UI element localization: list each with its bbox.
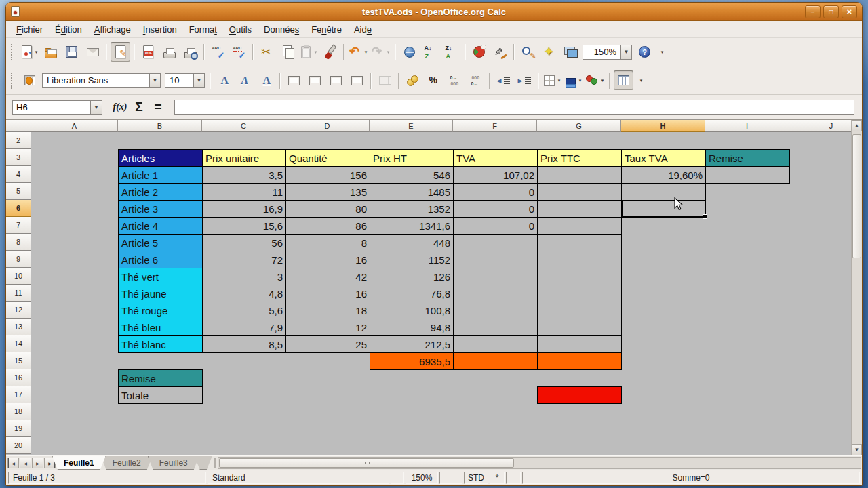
row-header-14[interactable]: 14	[6, 336, 31, 352]
cell-F12[interactable]	[453, 302, 538, 319]
sheet-grid[interactable]: ABCDEFGHIJ234567891011121314151617181920…	[6, 120, 851, 455]
row-header-9[interactable]: 9	[6, 251, 31, 268]
cell-I4[interactable]	[705, 166, 790, 184]
column-header-E[interactable]: E	[370, 120, 453, 132]
cell-G6[interactable]	[537, 200, 622, 218]
row-header-6[interactable]: 6	[6, 200, 31, 217]
zoom-combo[interactable]: 150% ▼	[583, 45, 632, 60]
gallery-icon[interactable]	[560, 42, 580, 62]
save-icon[interactable]	[62, 42, 81, 62]
add-decimal-icon[interactable]	[445, 70, 465, 90]
row-header-8[interactable]: 8	[6, 234, 31, 251]
row-header-4[interactable]: 4	[6, 166, 31, 183]
align-justify-icon[interactable]	[347, 70, 367, 90]
status-spacer-3[interactable]	[506, 472, 521, 484]
cell-D14[interactable]: 25	[285, 336, 370, 353]
cell-E8[interactable]: 448	[370, 234, 454, 251]
cell-G3[interactable]: Prix TTC	[537, 149, 622, 167]
toolbar-grip[interactable]	[11, 44, 16, 60]
status-spacer-2[interactable]	[439, 472, 462, 484]
column-header-B[interactable]: B	[118, 120, 202, 132]
maximize-button[interactable]: □	[823, 5, 839, 18]
column-header-A[interactable]: A	[31, 120, 118, 132]
cell-D11[interactable]: 16	[285, 285, 370, 302]
column-header-H[interactable]: H	[621, 120, 705, 132]
undo-icon[interactable]: ▾	[348, 42, 369, 62]
cell-B16[interactable]: Remise	[118, 369, 203, 387]
print-icon[interactable]	[159, 42, 179, 62]
cell-E14[interactable]: 212,5	[370, 336, 454, 353]
tab-splitter-handle[interactable]	[214, 458, 216, 468]
cell-B5[interactable]: Article 2	[118, 183, 203, 201]
cell-G7[interactable]	[537, 217, 622, 235]
cell-G14[interactable]	[537, 336, 622, 353]
font-name-value[interactable]: Liberation Sans	[42, 73, 149, 88]
grid-icon[interactable]	[614, 70, 633, 90]
delete-decimal-icon[interactable]	[466, 70, 486, 90]
align-left-icon[interactable]	[284, 70, 304, 90]
underline-icon[interactable]	[256, 70, 276, 90]
formula-input[interactable]	[174, 100, 854, 115]
auto-spellcheck-icon[interactable]	[229, 42, 249, 62]
styles-formatting-icon[interactable]	[20, 70, 39, 90]
status-selection-mode[interactable]: STD	[464, 472, 488, 484]
percent-icon[interactable]	[424, 70, 443, 90]
cell-H5[interactable]	[621, 183, 706, 201]
currency-icon[interactable]	[403, 70, 422, 90]
title-bar[interactable]: testTVA.ods - OpenOffice.org Calc –□✕	[6, 3, 862, 21]
row-header-20[interactable]: 20	[6, 437, 31, 454]
cell-F14[interactable]	[453, 336, 538, 353]
first-sheet-button[interactable]: ◀	[7, 458, 19, 468]
cell-D9[interactable]: 16	[285, 251, 370, 268]
column-header-D[interactable]: D	[285, 120, 370, 132]
cell-E9[interactable]: 1152	[370, 251, 454, 268]
cell-G11[interactable]	[537, 285, 622, 302]
cell-F9[interactable]	[453, 251, 538, 268]
help-icon[interactable]	[635, 42, 654, 62]
dropdown-caret[interactable]: ▾	[599, 78, 606, 83]
cell-G4[interactable]	[537, 166, 622, 184]
previous-sheet-button[interactable]: ◀	[20, 458, 31, 468]
cell-E7[interactable]: 1341,6	[370, 217, 454, 235]
scroll-up-button[interactable]: ▲	[852, 120, 862, 131]
name-box-dropdown-caret[interactable]: ▼	[90, 100, 102, 115]
cell-H3[interactable]: Taux TVA	[621, 149, 706, 167]
navigator-icon[interactable]	[539, 42, 559, 62]
cell-D6[interactable]: 80	[285, 200, 370, 218]
dropdown-caret[interactable]: ▾	[313, 49, 319, 55]
cell-G13[interactable]	[537, 319, 622, 336]
cell-F10[interactable]	[453, 268, 538, 285]
menu-fenetre[interactable]: Fenêtre	[305, 22, 348, 37]
find-replace-icon[interactable]	[518, 42, 538, 62]
cell-E10[interactable]: 126	[370, 268, 454, 285]
row-header-13[interactable]: 13	[6, 319, 31, 336]
cell-B14[interactable]: Thé blanc	[118, 336, 203, 353]
spelling-icon[interactable]	[208, 42, 228, 62]
function-wizard-button[interactable]: f(x)	[111, 99, 130, 115]
cell-E6[interactable]: 1352	[370, 200, 454, 218]
toolbar-overflow-caret[interactable]: ▾	[638, 78, 644, 83]
row-header-3[interactable]: 3	[6, 149, 31, 166]
sheet-tab-feuille3[interactable]: Feuille3	[148, 456, 199, 470]
cell-B3[interactable]: Articles	[118, 149, 203, 167]
cell-G8[interactable]	[537, 234, 622, 251]
cell-C8[interactable]: 56	[202, 234, 286, 251]
export-pdf-icon[interactable]	[138, 42, 158, 62]
increase-indent-icon[interactable]	[515, 70, 534, 90]
cell-H4[interactable]: 19,60%	[621, 166, 706, 184]
cell-G17[interactable]	[537, 386, 622, 404]
toolbar-grip[interactable]	[11, 73, 16, 89]
cell-E3[interactable]: Prix HT	[370, 149, 454, 167]
align-center-icon[interactable]	[305, 70, 325, 90]
cell-D3[interactable]: Quantité	[285, 149, 370, 167]
row-header-16[interactable]: 16	[6, 369, 31, 386]
clone-formatting-icon[interactable]	[320, 42, 340, 62]
row-header-7[interactable]: 7	[6, 217, 31, 234]
cell-C9[interactable]: 72	[202, 251, 286, 268]
cell-D8[interactable]: 8	[285, 234, 370, 251]
border-color-icon[interactable]: ▾	[585, 70, 606, 90]
cell-G12[interactable]	[537, 302, 622, 319]
cell-B11[interactable]: Thé jaune	[118, 285, 203, 302]
cell-D7[interactable]: 86	[285, 217, 370, 235]
cell-B8[interactable]: Article 5	[118, 234, 203, 251]
